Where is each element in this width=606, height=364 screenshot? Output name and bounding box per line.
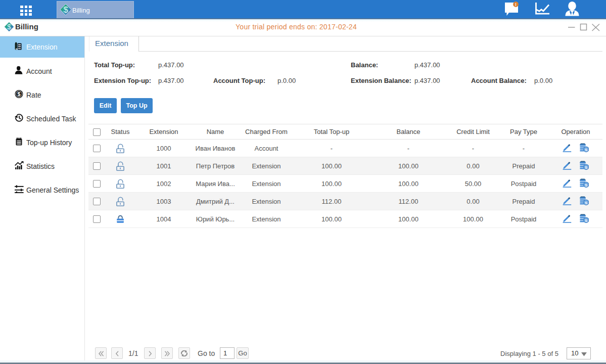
svg-text:$: $	[63, 5, 68, 15]
svg-text:$: $	[17, 91, 21, 97]
svg-text:!: !	[515, 2, 517, 7]
